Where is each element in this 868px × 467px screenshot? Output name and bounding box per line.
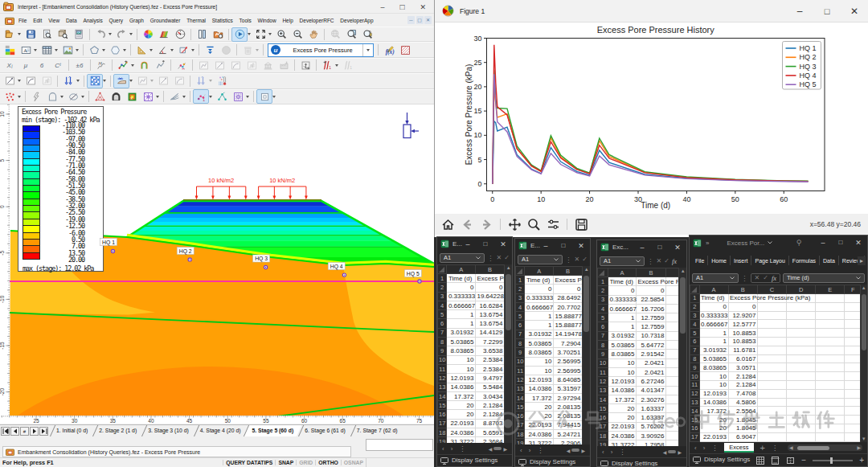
select-all-corner[interactable]: [598, 268, 608, 277]
row-header[interactable]: 18: [598, 432, 608, 440]
menu-item-developerapp[interactable]: DeveloperApp: [337, 18, 376, 23]
cell[interactable]: 7.2904: [553, 339, 582, 348]
disabled-circle-button[interactable]: [218, 43, 234, 57]
liquefaction-button[interactable]: [260, 58, 276, 72]
menu-item-statistics[interactable]: Statistics: [209, 18, 236, 23]
cell[interactable]: [816, 372, 845, 381]
excel-grid[interactable]: AB1Time (d)Excess Po20030.33333319.64228…: [437, 264, 512, 443]
history-query-point[interactable]: HQ 4: [328, 263, 346, 277]
cell[interactable]: 14.0386: [447, 383, 476, 391]
fx-icon[interactable]: fx: [672, 257, 677, 265]
back-button[interactable]: [459, 217, 475, 231]
cell[interactable]: 1.8045: [728, 416, 758, 424]
cell[interactable]: 5.24721: [553, 430, 582, 439]
cell[interactable]: 3.01932: [608, 331, 637, 340]
cell[interactable]: 2.5384: [475, 364, 504, 373]
split-view-button[interactable]: [194, 27, 210, 42]
name-box[interactable]: A1: [440, 253, 485, 263]
cell[interactable]: 12.0193: [525, 375, 554, 384]
cell[interactable]: [787, 363, 816, 372]
cell[interactable]: 0.666667: [608, 304, 637, 313]
column-header[interactable]: D: [787, 285, 816, 294]
row-header[interactable]: 10: [516, 357, 525, 366]
row-header[interactable]: 16: [438, 410, 447, 419]
cell[interactable]: 12.0193: [699, 389, 728, 398]
cell[interactable]: 17.372: [525, 393, 554, 402]
cell[interactable]: 5.6591: [475, 428, 504, 437]
cell[interactable]: 0.333333: [447, 292, 476, 301]
cell[interactable]: 17.372: [608, 395, 637, 404]
angle-button[interactable]: [154, 43, 170, 57]
display-settings-label[interactable]: Display Settings: [704, 456, 750, 463]
material-query-gray-button[interactable]: [39, 74, 55, 88]
cell[interactable]: [758, 346, 787, 354]
cell[interactable]: 12.9207: [728, 311, 758, 320]
plusminus-button[interactable]: ±6: [72, 58, 88, 72]
hide-queries-button[interactable]: 1: [340, 58, 356, 72]
mdi-close-button[interactable]: ✕: [424, 16, 432, 24]
column-header[interactable]: C: [758, 285, 787, 294]
cell[interactable]: 17.372: [447, 391, 476, 400]
show-queries-button[interactable]: 1: [319, 58, 335, 72]
cell[interactable]: 0: [525, 285, 554, 293]
row-header[interactable]: 6: [598, 322, 608, 331]
cell[interactable]: [787, 329, 816, 338]
flow-lines-button[interactable]: [193, 74, 209, 88]
cell[interactable]: 3.01932: [447, 328, 476, 337]
column-header[interactable]: E: [816, 285, 845, 294]
cell[interactable]: 10: [608, 367, 637, 376]
selection-box-button[interactable]: [256, 89, 272, 104]
excel-minimize-button[interactable]: –: [459, 240, 477, 248]
cell[interactable]: [787, 398, 816, 407]
cell[interactable]: [758, 398, 787, 407]
cell[interactable]: 2.91542: [637, 350, 666, 358]
cell[interactable]: 0: [447, 283, 476, 292]
cell[interactable]: 20: [699, 416, 728, 424]
cell[interactable]: 8.03865: [608, 350, 637, 358]
cell[interactable]: [816, 380, 845, 389]
excel-grid[interactable]: AB1Time (d)Excess Pore P20030.33333322.5…: [597, 268, 686, 446]
cell[interactable]: 2.56995: [553, 366, 582, 375]
cell[interactable]: 12.7559: [637, 313, 666, 322]
cell[interactable]: [816, 424, 845, 432]
dropdown-caret[interactable]: [209, 80, 212, 82]
row-header[interactable]: 18: [516, 430, 525, 439]
sheet-menu-dots-icon[interactable]: ⋮: [711, 444, 718, 452]
document-bar[interactable]: Embankment Consolidation (History Querie…: [2, 446, 351, 457]
excel-minimize-button[interactable]: –: [537, 242, 555, 250]
cell[interactable]: [816, 363, 845, 372]
cell[interactable]: 9.4797: [475, 374, 504, 383]
mu-button[interactable]: μ: [18, 58, 34, 72]
cell[interactable]: 8.03865: [699, 363, 728, 372]
cell[interactable]: [816, 302, 845, 311]
cell[interactable]: 10.8853: [728, 337, 758, 346]
row-header[interactable]: 13: [598, 386, 608, 395]
row-header[interactable]: 1: [438, 274, 447, 283]
sheet-next-icon[interactable]: ›: [451, 445, 453, 453]
building-button[interactable]: [276, 58, 292, 72]
stage-tool-2-button[interactable]: [155, 74, 171, 88]
cu-button[interactable]: Cᵗ: [50, 58, 66, 72]
row-header[interactable]: 15: [438, 401, 447, 410]
cell[interactable]: 2.08135: [553, 403, 582, 412]
menu-item-help[interactable]: Help: [280, 18, 297, 23]
cell[interactable]: 20: [447, 401, 476, 410]
cell[interactable]: 14.0386: [699, 398, 728, 407]
column-header[interactable]: B: [475, 265, 504, 274]
menu-item-window[interactable]: Window: [255, 18, 280, 23]
dropdown-caret[interactable]: [103, 80, 106, 82]
dropdown-caret[interactable]: [191, 49, 194, 51]
zoom-lock-button[interactable]: [359, 27, 375, 42]
excel-close-button[interactable]: ✕: [850, 239, 867, 247]
draw-polygon-button[interactable]: [86, 43, 102, 57]
tunnel-lining-button[interactable]: [108, 89, 124, 104]
menu-item-groundwater[interactable]: Groundwater: [147, 18, 183, 23]
cell[interactable]: [758, 354, 787, 363]
row-header[interactable]: 14: [598, 395, 608, 404]
dropdown-caret[interactable]: [246, 96, 249, 98]
cell[interactable]: 10: [447, 355, 476, 364]
cell[interactable]: 5.76202: [637, 422, 666, 431]
row-header[interactable]: 1: [598, 277, 608, 286]
dropdown-caret[interactable]: [272, 96, 276, 98]
figure-close-button[interactable]: ✕: [841, 0, 868, 23]
